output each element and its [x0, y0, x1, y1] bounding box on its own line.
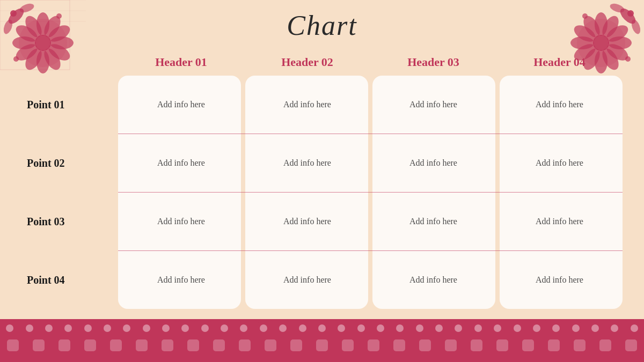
lace-border-bottom	[0, 319, 644, 362]
cell-r2c3: Add info here	[370, 149, 496, 178]
table-row: Point 04 Add info here Add info here Add…	[21, 251, 623, 309]
lace-dot	[357, 324, 365, 332]
lace-shape	[599, 339, 611, 351]
lace-dot	[84, 324, 92, 332]
cell-r3c2: Add info here	[244, 207, 370, 236]
row-3-cells: Add info here Add info here Add info her…	[118, 207, 623, 236]
lace-shape	[445, 339, 457, 351]
lace-scallop-svg	[0, 319, 644, 323]
lace-shape	[213, 339, 225, 351]
lace-shape	[393, 339, 405, 351]
lace-dot	[299, 324, 306, 332]
lace-dot	[552, 324, 560, 332]
table-row: Point 01 Add info here Add info here Add…	[21, 76, 623, 134]
lace-dot	[45, 324, 53, 332]
cell-r2c4: Add info here	[496, 149, 623, 178]
lace-dot	[494, 324, 501, 332]
lace-dot	[572, 324, 580, 332]
row-label-1: Point 01	[21, 99, 118, 111]
page: Chart Header 01 Header 02 Header 03 Head…	[0, 0, 644, 362]
lace-dot	[377, 324, 384, 332]
svg-point-43	[625, 56, 631, 62]
lace-shape	[7, 339, 19, 351]
lace-shapes-bottom	[0, 339, 644, 351]
cell-r1c1: Add info here	[118, 90, 244, 119]
row-1-cells: Add info here Add info here Add info her…	[118, 90, 623, 119]
lace-dot	[318, 324, 326, 332]
lace-dot	[279, 324, 287, 332]
lace-shape	[290, 339, 302, 351]
lace-shape	[84, 339, 96, 351]
lace-dot	[416, 324, 423, 332]
header-cell-3: Header 03	[370, 51, 496, 73]
lace-dot	[396, 324, 404, 332]
cell-r3c1: Add info here	[118, 207, 244, 236]
lace-shape	[187, 339, 199, 351]
cell-r4c4: Add info here	[496, 265, 623, 294]
lace-shape	[471, 339, 482, 351]
lace-shape	[265, 339, 276, 351]
header-row: Header 01 Header 02 Header 03 Header 04	[21, 51, 623, 73]
cell-r3c3: Add info here	[370, 207, 496, 236]
page-title: Chart	[0, 0, 644, 41]
lace-shape	[522, 339, 534, 351]
lace-dot	[455, 324, 462, 332]
row-label-2: Point 02	[21, 157, 118, 169]
lace-shape	[342, 339, 354, 351]
lace-dot	[64, 324, 72, 332]
lace-dot	[201, 324, 209, 332]
lace-shape	[548, 339, 560, 351]
lace-shape	[58, 339, 70, 351]
lace-dot	[591, 324, 599, 332]
lace-dot	[533, 324, 540, 332]
row-label-4: Point 04	[21, 274, 118, 286]
cell-r2c1: Add info here	[118, 149, 244, 178]
svg-point-20	[13, 56, 19, 62]
lace-shape	[316, 339, 328, 351]
cell-r1c4: Add info here	[496, 90, 623, 119]
lace-shape	[239, 339, 251, 351]
lace-dot	[514, 324, 521, 332]
chart-container: Header 01 Header 02 Header 03 Header 04 …	[21, 51, 623, 316]
cell-r4c2: Add info here	[244, 265, 370, 294]
row-label-3: Point 03	[21, 216, 118, 228]
lace-dot	[221, 324, 228, 332]
lace-dot	[435, 324, 443, 332]
cell-r2c2: Add info here	[244, 149, 370, 178]
lace-dot	[6, 324, 13, 332]
lace-dot	[611, 324, 618, 332]
row-2-cells: Add info here Add info here Add info her…	[118, 149, 623, 178]
header-cell-2: Header 02	[244, 51, 370, 73]
lace-shape	[496, 339, 508, 351]
cell-r3c4: Add info here	[496, 207, 623, 236]
lace-dot	[143, 324, 150, 332]
cell-r4c1: Add info here	[118, 265, 244, 294]
lace-dot	[181, 324, 189, 332]
table-row: Point 02 Add info here Add info here Add…	[21, 134, 623, 192]
lace-shape	[574, 339, 586, 351]
lace-shape	[33, 339, 45, 351]
lace-shape	[136, 339, 148, 351]
lace-shape	[162, 339, 173, 351]
lace-dot	[104, 324, 111, 332]
lace-dots-top	[0, 324, 644, 332]
lace-dot	[162, 324, 170, 332]
table-row: Point 03 Add info here Add info here Add…	[21, 193, 623, 250]
lace-shape	[419, 339, 431, 351]
lace-shape	[110, 339, 122, 351]
header-cell-1: Header 01	[118, 51, 244, 73]
lace-shape	[368, 339, 379, 351]
lace-shape	[625, 339, 637, 351]
cell-r1c2: Add info here	[244, 90, 370, 119]
row-4-cells: Add info here Add info here Add info her…	[118, 265, 623, 294]
lace-dot	[631, 324, 638, 332]
cell-r4c3: Add info here	[370, 265, 496, 294]
lace-dot	[240, 324, 247, 332]
rows-container: Point 01 Add info here Add info here Add…	[21, 76, 623, 309]
lace-dot	[474, 324, 482, 332]
data-area: Point 01 Add info here Add info here Add…	[21, 76, 623, 309]
header-cell-4: Header 04	[496, 51, 623, 73]
lace-dot	[123, 324, 130, 332]
lace-dot	[26, 324, 33, 332]
lace-dot	[338, 324, 345, 332]
